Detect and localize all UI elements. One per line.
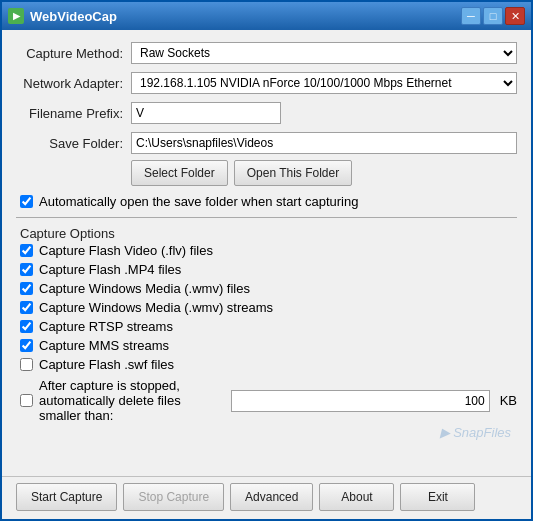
capture-wmv-files-checkbox[interactable] [20,282,33,295]
app-icon: ▶ [8,8,24,24]
capture-mms-label: Capture MMS streams [39,338,169,353]
auto-open-row: Automatically open the save folder when … [16,194,517,209]
network-adapter-label: Network Adapter: [16,76,131,91]
capture-wmv-files-label: Capture Windows Media (.wmv) files [39,281,250,296]
capture-method-control: Raw Sockets [131,42,517,64]
filename-prefix-input[interactable] [131,102,281,124]
save-folder-label: Save Folder: [16,136,131,151]
capture-mp4-checkbox[interactable] [20,263,33,276]
capture-mp4-label: Capture Flash .MP4 files [39,262,181,277]
window-title: WebVideoCap [30,9,117,24]
title-bar: ▶ WebVideoCap ─ □ ✕ [2,2,531,30]
auto-open-label: Automatically open the save folder when … [39,194,358,209]
exit-button[interactable]: Exit [400,483,475,511]
network-adapter-row: Network Adapter: 192.168.1.105 NVIDIA nF… [16,72,517,94]
kb-label: KB [500,393,517,408]
delete-size-input[interactable] [231,390,490,412]
capture-option-3: Capture Windows Media (.wmv) streams [16,300,517,315]
select-folder-button[interactable]: Select Folder [131,160,228,186]
auto-open-checkbox[interactable] [20,195,33,208]
about-button[interactable]: About [319,483,394,511]
capture-option-4: Capture RTSP streams [16,319,517,334]
capture-swf-label: Capture Flash .swf files [39,357,174,372]
snapfiles-watermark: ▶ SnapFiles [16,425,517,440]
capture-wmv-streams-label: Capture Windows Media (.wmv) streams [39,300,273,315]
save-folder-input[interactable] [131,132,517,154]
capture-option-1: Capture Flash .MP4 files [16,262,517,277]
main-content: Capture Method: Raw Sockets Network Adap… [2,30,531,476]
filename-prefix-row: Filename Prefix: [16,102,517,124]
capture-method-select[interactable]: Raw Sockets [131,42,517,64]
folder-buttons: Select Folder Open This Folder [131,160,517,186]
capture-method-label: Capture Method: [16,46,131,61]
divider [16,217,517,218]
network-adapter-control: 192.168.1.105 NVIDIA nForce 10/100/1000 … [131,72,517,94]
capture-option-5: Capture MMS streams [16,338,517,353]
network-adapter-select[interactable]: 192.168.1.105 NVIDIA nForce 10/100/1000 … [131,72,517,94]
capture-flv-checkbox[interactable] [20,244,33,257]
auto-delete-checkbox[interactable] [20,394,33,407]
auto-delete-label: After capture is stopped, automatically … [39,378,225,423]
capture-option-6: Capture Flash .swf files [16,357,517,372]
capture-swf-checkbox[interactable] [20,358,33,371]
filename-prefix-label: Filename Prefix: [16,106,131,121]
advanced-button[interactable]: Advanced [230,483,313,511]
capture-options-section: Capture Flash Video (.flv) files Capture… [16,243,517,372]
maximize-button[interactable]: □ [483,7,503,25]
capture-mms-checkbox[interactable] [20,339,33,352]
capture-rtsp-label: Capture RTSP streams [39,319,173,334]
capture-wmv-streams-checkbox[interactable] [20,301,33,314]
capture-method-row: Capture Method: Raw Sockets [16,42,517,64]
open-this-folder-button[interactable]: Open This Folder [234,160,353,186]
stop-capture-button[interactable]: Stop Capture [123,483,224,511]
title-buttons: ─ □ ✕ [461,7,525,25]
delete-row: After capture is stopped, automatically … [16,378,517,423]
minimize-button[interactable]: ─ [461,7,481,25]
capture-flv-label: Capture Flash Video (.flv) files [39,243,213,258]
capture-options-label: Capture Options [16,226,517,241]
start-capture-button[interactable]: Start Capture [16,483,117,511]
snapfiles-logo: ▶ SnapFiles [440,425,511,440]
title-bar-left: ▶ WebVideoCap [8,8,117,24]
capture-option-2: Capture Windows Media (.wmv) files [16,281,517,296]
close-button[interactable]: ✕ [505,7,525,25]
capture-rtsp-checkbox[interactable] [20,320,33,333]
main-window: ▶ WebVideoCap ─ □ ✕ Capture Method: Raw … [0,0,533,521]
capture-option-0: Capture Flash Video (.flv) files [16,243,517,258]
bottom-buttons: Start Capture Stop Capture Advanced Abou… [2,476,531,519]
filename-prefix-control [131,102,517,124]
save-folder-row: Save Folder: [16,132,517,154]
